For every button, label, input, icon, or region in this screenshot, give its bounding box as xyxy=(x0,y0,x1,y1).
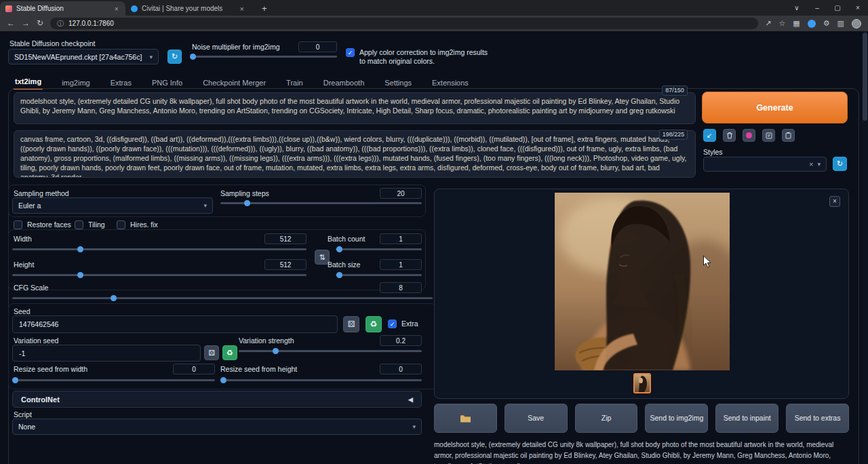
height-value[interactable] xyxy=(264,259,307,270)
checkbox-icon xyxy=(14,220,22,229)
batch-size-slider[interactable] xyxy=(336,271,422,279)
batch-count-value[interactable] xyxy=(380,233,422,244)
tab-png-info[interactable]: PNG Info xyxy=(151,76,184,90)
resize-seed-height-value[interactable] xyxy=(380,364,422,374)
cfg-scale-slider[interactable] xyxy=(12,294,433,302)
random-variation-seed-button[interactable]: ⚄ xyxy=(204,345,219,360)
slider-handle[interactable] xyxy=(336,246,342,252)
site-info-icon[interactable]: ⓘ xyxy=(57,19,64,28)
refresh-styles-button[interactable]: ↻ xyxy=(833,157,847,171)
close-gallery-icon[interactable]: × xyxy=(829,196,840,207)
favorite-star-icon[interactable]: ☆ xyxy=(778,19,785,28)
forward-icon[interactable]: → xyxy=(22,16,30,31)
cfg-scale-value[interactable] xyxy=(380,282,422,293)
extensions-icon[interactable]: ⚙ xyxy=(823,19,830,28)
restore-faces-checkbox[interactable]: Restore faces xyxy=(14,220,71,229)
noise-multiplier-value[interactable] xyxy=(298,41,337,52)
tab-dreambooth[interactable]: Dreambooth xyxy=(322,76,366,90)
back-icon[interactable]: ← xyxy=(7,16,15,31)
generate-button[interactable]: Generate xyxy=(702,92,848,123)
generated-image[interactable] xyxy=(555,193,730,370)
resize-seed-width-slider[interactable] xyxy=(12,376,215,384)
maximize-button[interactable]: ▢ xyxy=(827,0,848,16)
random-seed-button[interactable]: ⚄ xyxy=(343,316,359,332)
tab-checkpoint-merger[interactable]: Checkpoint Merger xyxy=(201,76,267,90)
slider-handle[interactable] xyxy=(273,348,279,354)
browser-essentials-icon[interactable] xyxy=(808,20,816,28)
browser-tab-civitai[interactable]: Civitai | Share your models × xyxy=(125,1,251,16)
reuse-seed-button[interactable]: ♻ xyxy=(366,316,382,332)
extra-seed-checkbox[interactable]: Extra xyxy=(388,320,418,328)
resize-seed-height-slider[interactable] xyxy=(220,376,422,384)
send-to-img2img-button[interactable]: Send to img2img xyxy=(645,404,708,433)
tab-img2img[interactable]: img2img xyxy=(60,76,92,90)
prompt-textarea[interactable]: modelshoot style, (extremely detailed CG… xyxy=(14,92,696,124)
slider-handle[interactable] xyxy=(77,272,83,278)
collections-icon[interactable]: ▦ xyxy=(793,19,800,28)
width-value[interactable] xyxy=(264,233,307,244)
gallery-thumbnail[interactable] xyxy=(633,373,651,393)
sampling-method-dropdown[interactable]: Euler a ▾ xyxy=(12,197,213,214)
noise-multiplier-slider[interactable] xyxy=(191,52,337,60)
send-to-extras-button[interactable]: Send to extras xyxy=(786,404,849,433)
variation-strength-slider[interactable] xyxy=(239,347,422,355)
clear-styles-icon[interactable]: × xyxy=(809,160,813,168)
tiling-checkbox[interactable]: Tiling xyxy=(75,220,105,229)
save-style-button[interactable] xyxy=(762,129,775,142)
sampling-steps-slider[interactable] xyxy=(220,199,422,207)
width-slider[interactable] xyxy=(12,245,307,253)
zip-button[interactable]: Zip xyxy=(575,404,638,433)
variation-seed-input[interactable] xyxy=(12,345,201,362)
styles-dropdown[interactable]: × ▾ xyxy=(703,157,827,172)
share-icon[interactable]: ↗ xyxy=(765,19,771,28)
negative-prompt-textarea[interactable]: canvas frame, cartoon, 3d, ((disfigured)… xyxy=(14,130,696,178)
close-window-button[interactable]: × xyxy=(848,0,868,16)
browser-tab-stable-diffusion[interactable]: Stable Diffusion × xyxy=(0,1,125,16)
minimize-button[interactable]: – xyxy=(807,0,827,16)
slider-handle[interactable] xyxy=(111,295,117,301)
slider-handle[interactable] xyxy=(220,377,226,383)
height-slider[interactable] xyxy=(12,271,307,279)
slider-handle[interactable] xyxy=(77,246,83,252)
save-button[interactable]: Save xyxy=(505,404,568,433)
variation-strength-value[interactable] xyxy=(380,335,422,346)
reload-icon[interactable]: ↻ xyxy=(37,16,43,31)
hires-fix-checkbox[interactable]: Hires. fix xyxy=(117,220,158,229)
slider-handle[interactable] xyxy=(12,377,18,383)
cfg-scale-label: CFG Scale xyxy=(14,284,48,292)
profile-avatar[interactable] xyxy=(852,19,861,28)
script-dropdown[interactable]: None ▾ xyxy=(12,419,422,435)
slider-handle[interactable] xyxy=(336,272,342,278)
sampling-steps-value[interactable] xyxy=(380,188,422,199)
controlnet-accordion[interactable]: ControlNet ◀ xyxy=(12,391,422,408)
clear-prompt-button[interactable] xyxy=(723,129,736,142)
reuse-variation-seed-button[interactable]: ♻ xyxy=(222,345,237,360)
color-correction-checkbox[interactable]: Apply color correction to img2img result… xyxy=(346,48,492,66)
tab-close-icon[interactable]: × xyxy=(113,5,120,13)
address-bar[interactable]: ⓘ 127.0.0.1:7860 xyxy=(50,18,758,29)
tab-extensions[interactable]: Extensions xyxy=(431,76,470,90)
tab-settings[interactable]: Settings xyxy=(383,76,413,90)
batch-count-slider[interactable] xyxy=(336,245,422,253)
tab-extras[interactable]: Extras xyxy=(109,76,133,90)
split-screen-icon[interactable]: ▥ xyxy=(837,19,844,28)
resize-seed-width-value[interactable] xyxy=(173,364,215,374)
tab-close-icon[interactable]: × xyxy=(239,5,245,13)
slider-handle[interactable] xyxy=(190,54,196,60)
window-menu-icon[interactable]: ∨ xyxy=(787,0,807,16)
slider-handle[interactable] xyxy=(244,200,250,206)
page-scrollbar[interactable] xyxy=(862,31,868,464)
batch-size-value[interactable] xyxy=(380,259,422,270)
scrollbar-thumb[interactable] xyxy=(863,33,867,121)
send-to-inpaint-button[interactable]: Send to inpaint xyxy=(715,404,778,433)
refresh-checkpoint-button[interactable]: ↻ xyxy=(167,50,182,64)
tab-train[interactable]: Train xyxy=(285,76,304,90)
seed-input[interactable] xyxy=(12,315,338,333)
checkpoint-dropdown[interactable]: SD15NewVAEpruned.ckpt [27a4ac756c] ▾ xyxy=(8,49,159,64)
tab-txt2img[interactable]: txt2img xyxy=(14,75,43,90)
open-folder-button[interactable] xyxy=(434,404,497,433)
paste-generation-params-button[interactable]: ↙ xyxy=(703,129,716,142)
apply-style-button[interactable] xyxy=(782,129,795,142)
new-tab-button[interactable]: + xyxy=(258,1,271,16)
extra-networks-button[interactable] xyxy=(743,129,755,142)
